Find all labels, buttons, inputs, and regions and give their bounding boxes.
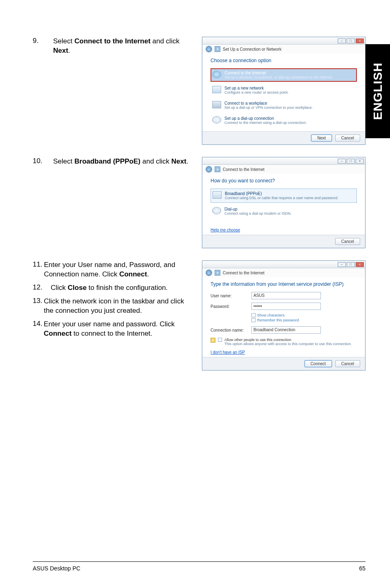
option-subtitle: Set up a wireless, broadband, or dial-up… [224, 75, 333, 79]
option-subtitle: Connect to the Internet using a dial-up … [224, 121, 307, 125]
cancel-button[interactable]: Cancel [335, 360, 360, 367]
step-number: 9. [33, 37, 53, 45]
globe-icon [212, 71, 221, 78]
minimize-button[interactable]: – [338, 262, 346, 267]
option-connect-internet[interactable]: Connect to the Internet Set up a wireles… [211, 68, 357, 82]
back-icon[interactable]: ← [206, 166, 212, 173]
minimize-button[interactable]: – [338, 159, 346, 164]
language-tab: ENGLISH [365, 44, 390, 138]
step-text: Select Connect to the Internet and click… [53, 37, 192, 56]
option-broadband[interactable]: Broadband (PPPoE) Connect using DSL or c… [211, 189, 357, 203]
option-title: Connect to a workplace [224, 101, 313, 105]
password-label: Password: [211, 304, 251, 309]
option-subtitle: Connect using a dial-up modem or ISDN. [224, 211, 291, 215]
cancel-button[interactable]: Cancel [335, 238, 360, 245]
back-icon[interactable]: ← [206, 269, 212, 276]
maximize-button[interactable]: □ [347, 38, 355, 43]
allow-others-label: Allow other people to use this connectio… [224, 338, 352, 342]
option-subtitle: Set up a dial-up or VPN connection to yo… [224, 105, 313, 110]
option-dialup2[interactable]: Dial-up Connect using a dial-up modem or… [211, 204, 357, 218]
connect-button[interactable]: Connect [305, 360, 332, 367]
breadcrumb: Set Up a Connection or Network [223, 47, 281, 52]
step-text: Enter your User name and, Password, and … [44, 260, 192, 279]
username-input[interactable]: ASUS [251, 292, 321, 299]
option-workplace[interactable]: Connect to a workplace Set up a dial-up … [211, 99, 357, 112]
maximize-button[interactable]: □ [347, 262, 355, 267]
network-icon: ✦ [215, 166, 220, 172]
cancel-button[interactable]: Cancel [335, 135, 360, 141]
minimize-button[interactable]: – [338, 38, 346, 43]
option-title: Broadband (PPPoE) [225, 191, 338, 196]
router-icon [212, 86, 221, 93]
option-new-network[interactable]: Set up a new network Configure a new rou… [211, 83, 357, 97]
show-characters-label: Show characters [257, 313, 285, 317]
breadcrumb: Connect to the Internet [223, 271, 264, 275]
network-icon: ✦ [215, 270, 220, 276]
option-title: Set up a dial-up connection [224, 116, 307, 121]
close-button[interactable]: × [356, 38, 364, 43]
connection-name-input[interactable]: Broadband Connection [251, 326, 321, 334]
allow-others-checkbox[interactable] [218, 338, 222, 342]
option-dialup[interactable]: Set up a dial-up connection Connect to t… [211, 114, 357, 127]
step-text: Click Close to finish the configuration. [51, 283, 168, 293]
password-input[interactable]: •••••• [251, 303, 321, 310]
footer-page-number: 65 [359, 565, 365, 572]
dialog-connection-option: – □ × ← ✦ Set Up a Connection or Network… [202, 37, 365, 145]
step-text: Enter your user name and password. Click… [44, 320, 192, 339]
step-number: 14. [33, 320, 44, 328]
step-text: Select Broadband (PPPoE) and click Next. [53, 157, 192, 166]
option-subtitle: Configure a new router or access point. [224, 90, 289, 94]
back-icon[interactable]: ← [206, 46, 212, 52]
dialog-heading: Choose a connection option [211, 58, 357, 63]
dialog-heading: Type the information from your Internet … [211, 281, 357, 287]
next-button[interactable]: Next [311, 135, 332, 141]
footer-product: ASUS Desktop PC [33, 565, 81, 572]
footer-divider [33, 561, 365, 562]
building-icon [212, 101, 221, 108]
option-subtitle: Connect using DSL or cable that requires… [225, 196, 338, 200]
step-number: 10. [33, 157, 53, 165]
remember-password-label: Remember this password [257, 318, 299, 322]
step-number: 13. [33, 297, 44, 305]
shield-icon [211, 338, 215, 343]
connection-name-label: Connection name: [211, 328, 251, 332]
step-text: Click the network icon in the taskbar an… [44, 297, 192, 316]
dial-icon [212, 207, 221, 214]
broadband-icon [213, 191, 222, 199]
dialog-how-connect: – □ × ← ✦ Connect to the Internet How do… [202, 157, 365, 248]
dialog-heading: How do you want to connect? [211, 178, 357, 184]
dialog-isp-info: – □ × ← ✦ Connect to the Internet Type t… [202, 260, 365, 370]
dial-icon [212, 116, 221, 123]
no-isp-link[interactable]: I don't have an ISP [211, 350, 245, 355]
close-button[interactable]: × [356, 262, 364, 267]
show-characters-checkbox[interactable] [251, 313, 256, 317]
allow-others-sub: This option allows anyone with access to… [224, 342, 352, 346]
breadcrumb: Connect to the Internet [223, 167, 264, 172]
help-link[interactable]: Help me choose [211, 228, 240, 232]
close-button[interactable]: × [356, 159, 364, 164]
language-tab-label: ENGLISH [371, 63, 385, 120]
option-title: Set up a new network [224, 86, 289, 90]
network-icon: ✦ [215, 46, 220, 52]
maximize-button[interactable]: □ [347, 159, 355, 164]
step-number: 11. [33, 260, 44, 269]
remember-password-checkbox[interactable] [251, 318, 256, 322]
option-title: Dial-up [224, 207, 291, 211]
username-label: User name: [211, 294, 251, 298]
step-number: 12. [33, 283, 51, 292]
option-title: Connect to the Internet [224, 71, 333, 75]
